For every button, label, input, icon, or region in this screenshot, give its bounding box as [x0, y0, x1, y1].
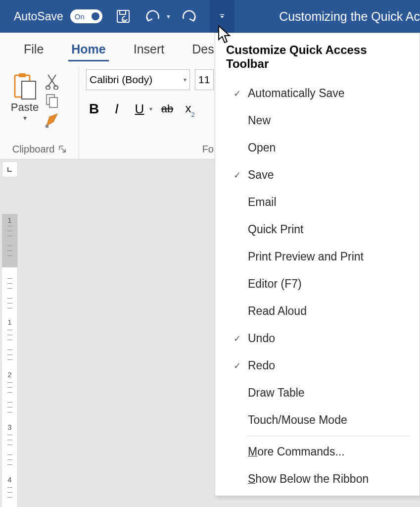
qat-menu-item-label: Quick Print	[248, 223, 303, 236]
qat-menu-item[interactable]: Draw Table	[215, 379, 420, 406]
paste-dropdown-caret[interactable]: ▾	[23, 114, 27, 122]
qat-menu-item-label: Email	[248, 196, 277, 209]
font-size-value: 11	[198, 74, 210, 86]
qat-menu-item-label: Editor (F7)	[248, 277, 302, 291]
qat-menu-item[interactable]: New	[215, 107, 420, 134]
svg-rect-1	[120, 10, 126, 14]
check-icon: ✓	[226, 88, 248, 99]
customize-qat-button[interactable]	[210, 0, 234, 33]
svg-rect-10	[46, 125, 48, 128]
paste-button[interactable]: Paste ▾	[7, 69, 43, 122]
check-icon: ✓	[226, 360, 248, 371]
qat-menu-item-label: Save	[248, 168, 274, 182]
tab-insert[interactable]: Insert	[120, 37, 179, 61]
underline-dropdown-caret[interactable]: ▾	[149, 105, 152, 112]
clipboard-icon	[12, 72, 38, 100]
clipboard-group: Paste ▾	[0, 66, 79, 159]
qat-menu-item-label: Undo	[248, 332, 275, 345]
font-name-caret: ▾	[184, 76, 187, 83]
copy-icon[interactable]	[44, 92, 60, 109]
qat-menu-item[interactable]: Editor (F7)	[215, 270, 420, 298]
redo-icon[interactable]	[178, 5, 200, 27]
undo-dropdown-caret[interactable]: ▾	[167, 12, 170, 20]
font-size-select[interactable]: 11	[195, 69, 214, 90]
toggle-on-text: On	[70, 12, 85, 21]
qat-menu-item-label: Draw Table	[248, 386, 305, 400]
svg-rect-4	[19, 73, 26, 77]
qat-menu-item[interactable]: Quick Print	[215, 216, 420, 243]
ruler-mark: 1	[2, 318, 17, 326]
ruler-mark: 4	[2, 475, 17, 484]
svg-rect-9	[49, 98, 57, 107]
clipboard-group-label: Clipboard	[12, 144, 55, 155]
qat-menu-item[interactable]: Print Preview and Print	[215, 243, 420, 270]
cut-icon[interactable]	[44, 73, 60, 90]
paste-label: Paste	[11, 101, 39, 114]
qat-menu-item[interactable]: Email	[215, 189, 420, 216]
document-title: Customizing the Quick Ac	[279, 9, 420, 24]
qat-menu-item[interactable]: Read Aloud	[215, 298, 420, 325]
qat-menu-item[interactable]: ✓Undo	[215, 325, 420, 352]
italic-button[interactable]: I	[109, 99, 125, 119]
bold-button[interactable]: B	[86, 99, 102, 119]
tab-selector-icon[interactable]	[2, 161, 18, 177]
qat-menu-item-label: New	[248, 114, 271, 127]
titlebar: AutoSave On ▾	[0, 0, 420, 33]
more-commands-item[interactable]: More Commands...	[215, 438, 420, 465]
font-group-label: Fo	[202, 144, 214, 155]
ruler-mark: 3	[2, 423, 17, 431]
strikethrough-button[interactable]: ab	[159, 99, 175, 119]
qat-menu-item-label: Touch/Mouse Mode	[248, 413, 347, 427]
tab-file[interactable]: File	[10, 37, 57, 61]
qat-menu-item-label: Redo	[248, 359, 275, 372]
qat-menu-item-label: Open	[248, 141, 276, 154]
qat-menu-item[interactable]: Open	[215, 134, 420, 161]
toggle-knob	[92, 12, 99, 20]
ruler-mark: 1	[2, 216, 17, 224]
qat-menu-item[interactable]: ✓Redo	[215, 352, 420, 379]
show-below-ribbon-item[interactable]: Show Below the Ribbon	[215, 465, 420, 493]
qat-menu-item[interactable]: ✓Automatically Save	[215, 80, 420, 107]
check-icon: ✓	[226, 333, 248, 344]
svg-rect-5	[22, 81, 36, 99]
vertical-ruler[interactable]: 1 1 2 3 4	[2, 214, 18, 507]
qat-menu-item-label: Read Aloud	[248, 304, 307, 318]
customize-qat-dropdown: Customize Quick Access Toolbar ✓Automati…	[215, 33, 420, 496]
qat-menu-item-label: Automatically Save	[248, 87, 345, 100]
tab-home[interactable]: Home	[57, 37, 119, 61]
format-painter-icon[interactable]	[44, 111, 60, 128]
font-group: Calibri (Body) ▾ 11 B I U ▾ ab x2	[79, 66, 223, 159]
underline-button[interactable]: U	[132, 99, 147, 119]
ruler-mark: 2	[2, 370, 17, 379]
dropdown-separator	[247, 436, 410, 436]
font-name-select[interactable]: Calibri (Body) ▾	[86, 69, 190, 90]
dropdown-title: Customize Quick Access Toolbar	[215, 33, 420, 80]
undo-icon[interactable]	[142, 5, 164, 27]
clipboard-dialog-launcher-icon[interactable]	[58, 145, 66, 153]
subscript-button[interactable]: x2	[182, 99, 198, 119]
qat-menu-item-label: Print Preview and Print	[248, 250, 364, 263]
autosave-toggle[interactable]: On	[70, 9, 102, 23]
check-icon: ✓	[226, 170, 248, 181]
qat-menu-item[interactable]: ✓Save	[215, 161, 420, 189]
save-icon[interactable]	[112, 5, 134, 27]
qat-menu-item[interactable]: Touch/Mouse Mode	[215, 406, 420, 434]
svg-rect-0	[117, 10, 129, 22]
autosave-label: AutoSave	[14, 10, 63, 23]
quick-access-toolbar: ▾	[112, 0, 234, 33]
font-name-value: Calibri (Body)	[90, 74, 152, 86]
